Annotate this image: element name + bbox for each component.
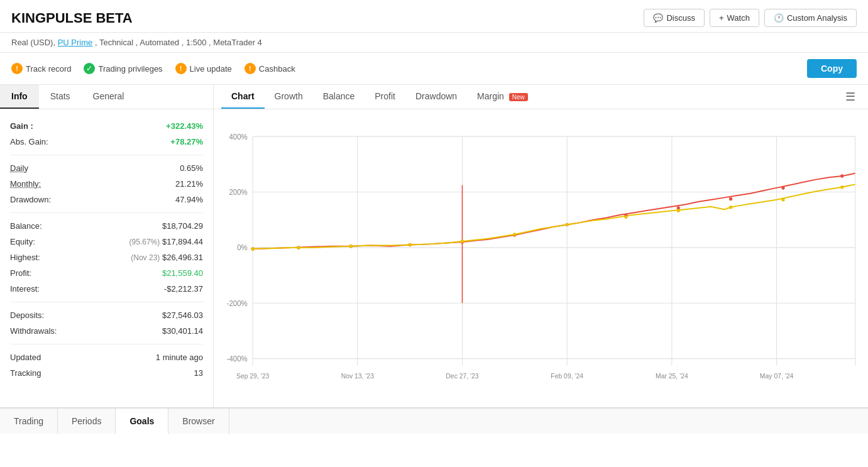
highest-label: Highest: <box>10 253 40 262</box>
daily-label[interactable]: Daily <box>10 163 28 173</box>
svg-text:Dec 27, '23: Dec 27, '23 <box>446 371 478 379</box>
svg-text:May 07, '24: May 07, '24 <box>760 371 793 379</box>
bottom-tab-trading[interactable]: Trading <box>0 409 58 434</box>
trading-privileges-status: ✓ Trading privileges <box>84 63 162 74</box>
updated-row: Updated 1 minute ago <box>10 349 203 365</box>
header-actions: 💬 Discuss + Watch 🕐 Custom Analysis <box>644 9 857 27</box>
chart-tab-margin[interactable]: Margin New <box>467 85 538 109</box>
abs-gain-row: Abs. Gain: +78.27% <box>10 134 203 150</box>
bottom-tab-goals[interactable]: Goals <box>116 409 168 434</box>
cashback-status: ! Cashback <box>244 63 295 74</box>
custom-analysis-button[interactable]: 🕐 Custom Analysis <box>764 9 857 27</box>
bottom-tabs: Trading Periods Goals Browser <box>0 407 868 434</box>
profit-label: Profit: <box>10 268 31 278</box>
svg-point-46 <box>781 198 784 202</box>
chart-tab-balance[interactable]: Balance <box>313 85 365 109</box>
svg-text:0%: 0% <box>237 243 248 252</box>
svg-point-36 <box>251 247 254 251</box>
svg-point-45 <box>729 206 732 209</box>
trading-privileges-icon: ✓ <box>84 63 95 74</box>
tracking-label: Tracking <box>10 368 41 378</box>
svg-point-37 <box>297 246 300 250</box>
tab-info[interactable]: Info <box>0 85 39 109</box>
svg-text:200%: 200% <box>229 188 248 197</box>
bottom-tab-periods[interactable]: Periods <box>58 409 116 434</box>
new-badge: New <box>509 93 528 101</box>
right-panel: Chart Growth Balance Profit Drawdown Mar… <box>214 85 868 407</box>
balance-row: Balance: $18,704.29 <box>10 218 203 234</box>
svg-text:Mar 25, '24: Mar 25, '24 <box>656 371 688 379</box>
chart-area: 400% 200% 0% -200% -400% Sep 29, '23 Nov… <box>214 109 868 407</box>
profit-row: Profit: $21,559.40 <box>10 265 203 281</box>
profit-value: $21,559.40 <box>162 268 203 278</box>
equity-row: Equity: (95.67%) $17,894.44 <box>10 234 203 250</box>
highest-value: (Nov 23) $26,496.31 <box>131 253 203 262</box>
abs-gain-label: Abs. Gain: <box>10 137 48 146</box>
chart-tab-profit[interactable]: Profit <box>365 85 405 109</box>
clock-icon: 🕐 <box>774 13 784 23</box>
gain-row: Gain : +322.43% <box>10 118 203 134</box>
tracking-row: Tracking 13 <box>10 365 203 381</box>
daily-value: 0.65% <box>180 163 203 173</box>
left-tabs: Info Stats General <box>0 85 213 109</box>
equity-label: Equity: <box>10 237 35 246</box>
deposits-row: Deposits: $27,546.03 <box>10 307 203 323</box>
deposits-label: Deposits: <box>10 310 44 320</box>
chart-tab-chart[interactable]: Chart <box>221 85 265 109</box>
subtitle-bar: Real (USD), PU Prime , Technical , Autom… <box>0 33 868 53</box>
bottom-tab-browser[interactable]: Browser <box>168 409 229 434</box>
tracking-value: 13 <box>194 368 203 378</box>
chart-settings-icon[interactable]: ☰ <box>840 85 860 109</box>
deposits-value: $27,546.03 <box>162 310 203 320</box>
daily-row: Daily 0.65% <box>10 160 203 176</box>
svg-point-44 <box>677 209 680 213</box>
svg-point-38 <box>349 244 353 248</box>
top-header: KINGPULSE BETA 💬 Discuss + Watch 🕐 Custo… <box>0 0 868 33</box>
status-bar: ! Track record ✓ Trading privileges ! Li… <box>0 53 868 85</box>
track-record-status: ! Track record <box>11 63 71 74</box>
left-panel: Info Stats General Gain : +322.43% Abs. … <box>0 85 214 407</box>
withdrawals-label: Withdrawals: <box>10 326 57 336</box>
svg-point-33 <box>729 197 732 201</box>
svg-point-39 <box>409 243 412 247</box>
svg-text:-200%: -200% <box>227 299 248 307</box>
svg-text:Nov 13, '23: Nov 13, '23 <box>341 371 374 379</box>
svg-text:Sep 29, '23: Sep 29, '23 <box>236 371 269 379</box>
monthly-label[interactable]: Monthly: <box>10 179 41 189</box>
drawdown-row: Drawdown: 47.94% <box>10 192 203 207</box>
main-content: Info Stats General Gain : +322.43% Abs. … <box>0 85 868 407</box>
drawdown-label: Drawdown: <box>10 195 51 204</box>
svg-text:Feb 09, '24: Feb 09, '24 <box>551 371 583 379</box>
chart-tab-growth[interactable]: Growth <box>265 85 313 109</box>
equity-value: (95.67%) $17,894.44 <box>129 237 203 246</box>
updated-value: 1 minute ago <box>156 353 203 362</box>
svg-point-47 <box>840 185 843 189</box>
balance-label: Balance: <box>10 221 42 231</box>
svg-point-35 <box>840 174 843 178</box>
live-update-icon: ! <box>175 63 187 74</box>
withdrawals-row: Withdrawals: $30,401.14 <box>10 323 203 339</box>
svg-text:400%: 400% <box>229 132 248 141</box>
chart-tab-drawdown[interactable]: Drawdown <box>405 85 467 109</box>
interest-row: Interest: -$2,212.37 <box>10 281 203 297</box>
updated-label: Updated <box>10 353 41 362</box>
monthly-value: 21.21% <box>175 179 203 189</box>
tab-general[interactable]: General <box>82 85 136 109</box>
drawdown-value: 47.94% <box>175 195 203 204</box>
withdrawals-value: $30,401.14 <box>162 326 203 336</box>
gain-label: Gain : <box>10 121 33 131</box>
info-panel: Gain : +322.43% Abs. Gain: +78.27% Daily… <box>0 109 213 390</box>
tab-stats[interactable]: Stats <box>39 85 82 109</box>
track-record-icon: ! <box>11 63 23 74</box>
copy-button[interactable]: Copy <box>807 59 857 78</box>
abs-gain-value: +78.27% <box>170 137 203 146</box>
interest-label: Interest: <box>10 284 40 294</box>
gain-value: +322.43% <box>166 121 203 131</box>
svg-point-34 <box>781 186 784 190</box>
broker-link[interactable]: PU Prime <box>58 38 93 47</box>
live-update-status: ! Live update <box>175 63 232 74</box>
svg-text:-400%: -400% <box>227 354 248 363</box>
watch-button[interactable]: + Watch <box>710 9 759 27</box>
svg-point-42 <box>566 223 569 227</box>
discuss-button[interactable]: 💬 Discuss <box>644 9 705 27</box>
